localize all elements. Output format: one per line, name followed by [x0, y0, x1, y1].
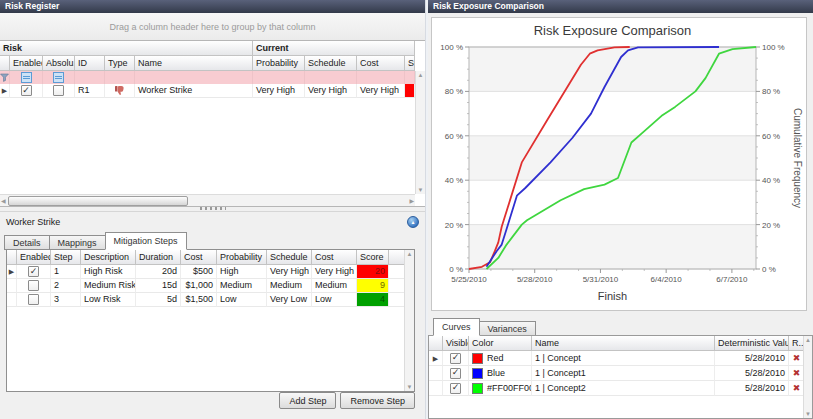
scroll-down-icon[interactable]: ▼: [407, 384, 413, 390]
step-description-cell[interactable]: Low Risk: [81, 293, 136, 307]
group-by-drop-zone[interactable]: Drag a column header here to group by th…: [0, 13, 425, 41]
step-duration-cell[interactable]: 15d: [136, 279, 181, 293]
scroll-left-icon[interactable]: ◀: [1, 198, 6, 204]
column-header-cost[interactable]: Cost: [181, 250, 217, 265]
risk-table-vertical-scrollbar[interactable]: ▲ ▼: [415, 71, 425, 194]
scroll-up-icon[interactable]: ▲: [805, 337, 811, 343]
step-enabled-cell[interactable]: [17, 279, 51, 293]
risk-row-worker-strike[interactable]: ▶ R1 Worker Strike Very High Very High V…: [0, 84, 425, 98]
checkbox-checked-icon[interactable]: [28, 266, 39, 277]
band-header-current[interactable]: Current: [253, 41, 415, 56]
curve-name-cell[interactable]: 1 | Concept: [532, 351, 715, 366]
curve-deterministic-cell[interactable]: 5/28/2010: [715, 381, 789, 396]
step-enabled-cell[interactable]: [17, 265, 51, 279]
column-header-schedule[interactable]: Schedule: [305, 56, 357, 71]
checkbox-unchecked-icon[interactable]: [28, 280, 39, 291]
filter-cell-cost[interactable]: [357, 71, 405, 84]
column-header-name[interactable]: Name: [532, 336, 715, 351]
step-score-cell[interactable]: 20: [357, 265, 389, 279]
step-probability-cell[interactable]: High: [217, 265, 267, 279]
tab-mitigation-steps[interactable]: Mitigation Steps: [105, 232, 187, 250]
checkbox-checked-icon[interactable]: [21, 85, 32, 96]
curves-vertical-scrollbar[interactable]: ▲ ▼: [803, 336, 812, 418]
curve-visible-cell[interactable]: [443, 381, 469, 396]
risk-score-cell[interactable]: [405, 84, 415, 98]
scroll-down-icon[interactable]: ▼: [418, 187, 424, 193]
curve-color-cell[interactable]: #FF00FF00: [469, 381, 532, 396]
remove-step-button[interactable]: Remove Step: [340, 392, 415, 409]
filter-checkbox-icon[interactable]: [53, 72, 64, 83]
step-cost-cell[interactable]: $500: [181, 265, 217, 279]
tab-variances[interactable]: Variances: [479, 321, 536, 336]
column-header-color[interactable]: Color: [469, 336, 532, 351]
collapse-panel-button[interactable]: ▲: [407, 216, 419, 228]
column-header-schedule[interactable]: Schedule: [267, 250, 312, 265]
risk-type-cell[interactable]: [105, 84, 135, 98]
column-header-score[interactable]: Score: [357, 250, 389, 265]
column-header-deterministic[interactable]: Deterministic Value: [715, 336, 789, 351]
step-number-cell[interactable]: 3: [51, 293, 81, 307]
curve-visible-cell[interactable]: [443, 366, 469, 381]
step-schedule-cell[interactable]: Medium: [267, 279, 312, 293]
step-probability-cell[interactable]: Medium: [217, 279, 267, 293]
scroll-up-icon[interactable]: ▲: [407, 251, 413, 257]
step-cost-impact-cell[interactable]: Low: [312, 293, 357, 307]
tab-curves[interactable]: Curves: [433, 318, 480, 336]
step-enabled-cell[interactable]: [17, 293, 51, 307]
risk-probability-cell[interactable]: Very High: [253, 84, 305, 98]
red-x-icon[interactable]: ✖: [793, 352, 801, 365]
checkbox-checked-icon[interactable]: [450, 383, 461, 394]
checkbox-checked-icon[interactable]: [450, 368, 461, 379]
tab-mappings[interactable]: Mappings: [49, 235, 106, 250]
column-header-absolute[interactable]: Absolu...: [43, 56, 75, 71]
step-number-cell[interactable]: 1: [51, 265, 81, 279]
filter-cell-absolute[interactable]: [43, 71, 75, 84]
step-description-cell[interactable]: High Risk: [81, 265, 136, 279]
step-schedule-cell[interactable]: Very Low: [267, 293, 312, 307]
mitigation-row-2[interactable]: 2 Medium Risk 15d $1,000 Medium Medium M…: [7, 279, 414, 293]
risk-absolute-cell[interactable]: [43, 84, 75, 98]
checkbox-unchecked-icon[interactable]: [53, 85, 64, 96]
curve-deterministic-cell[interactable]: 5/28/2010: [715, 351, 789, 366]
step-number-cell[interactable]: 2: [51, 279, 81, 293]
filter-cell-name[interactable]: [135, 71, 253, 84]
filter-cell-schedule[interactable]: [305, 71, 357, 84]
mitigation-row-1[interactable]: ▶ 1 High Risk 20d $500 High Very High Ve…: [7, 265, 414, 279]
filter-cell-score[interactable]: [405, 71, 415, 84]
curve-color-cell[interactable]: Red: [469, 351, 532, 366]
risk-schedule-cell[interactable]: Very High: [305, 84, 357, 98]
column-header-type[interactable]: Type: [105, 56, 135, 71]
column-header-cost[interactable]: Cost: [357, 56, 405, 71]
add-step-button[interactable]: Add Step: [279, 392, 336, 409]
risk-enabled-cell[interactable]: [10, 84, 43, 98]
scroll-up-icon[interactable]: ▲: [418, 72, 424, 78]
risk-name-cell[interactable]: Worker Strike: [135, 84, 253, 98]
step-cost-impact-cell[interactable]: Very High: [312, 265, 357, 279]
step-score-cell[interactable]: 4: [357, 293, 389, 307]
curve-deterministic-cell[interactable]: 5/28/2010: [715, 366, 789, 381]
curve-name-cell[interactable]: 1 | Concept1: [532, 366, 715, 381]
column-header-description[interactable]: Description: [81, 250, 136, 265]
filter-cell-type[interactable]: [105, 71, 135, 84]
column-header-enabled[interactable]: Enabled: [10, 56, 43, 71]
column-header-duration[interactable]: Duration: [136, 250, 181, 265]
column-header-enabled[interactable]: Enabled: [17, 250, 51, 265]
step-duration-cell[interactable]: 5d: [136, 293, 181, 307]
risk-id-cell[interactable]: R1: [75, 84, 105, 98]
scroll-down-icon[interactable]: ▼: [805, 411, 811, 417]
curve-row-blue[interactable]: Blue 1 | Concept1 5/28/2010 ✖: [429, 366, 812, 381]
column-header-cost-impact[interactable]: Cost: [312, 250, 357, 265]
checkbox-checked-icon[interactable]: [450, 353, 461, 364]
filter-cell-id[interactable]: [75, 71, 105, 84]
risk-cost-cell[interactable]: Very High: [357, 84, 405, 98]
column-header-probability[interactable]: Probability: [217, 250, 267, 265]
red-x-icon[interactable]: ✖: [793, 367, 801, 380]
band-header-risk[interactable]: Risk: [0, 41, 253, 56]
curve-row-red[interactable]: ▶ Red 1 | Concept 5/28/2010 ✖: [429, 351, 812, 366]
step-cost-impact-cell[interactable]: Medium: [312, 279, 357, 293]
filter-cell-enabled[interactable]: [10, 71, 43, 84]
step-cost-cell[interactable]: $1,500: [181, 293, 217, 307]
filter-cell-probability[interactable]: [253, 71, 305, 84]
mitigation-row-3[interactable]: 3 Low Risk 5d $1,500 Low Very Low Low 4: [7, 293, 414, 307]
step-duration-cell[interactable]: 20d: [136, 265, 181, 279]
